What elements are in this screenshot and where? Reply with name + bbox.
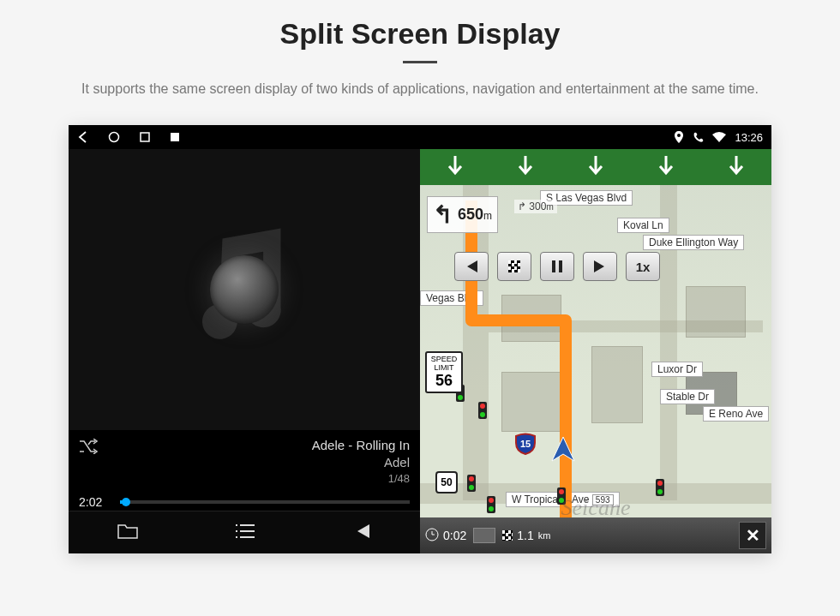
sim-prev-button[interactable]: [454, 252, 489, 281]
next-turn-distance: ↱ 300m: [514, 200, 557, 213]
status-time: 13:26: [735, 131, 763, 144]
close-button[interactable]: ✕: [739, 522, 766, 549]
playlist-button[interactable]: [235, 523, 255, 542]
sim-checkpoint-button[interactable]: [497, 252, 531, 281]
clock-icon: [425, 528, 439, 544]
turn-distance: 650m: [458, 206, 492, 224]
lane-arrow-icon: [516, 154, 535, 180]
gps-icon: [674, 131, 684, 143]
lane-arrow-icon: [727, 154, 746, 180]
street-label: Koval Ln: [617, 218, 669, 233]
back-icon[interactable]: [77, 131, 89, 143]
elapsed-time: 2:02: [79, 495, 113, 509]
checkered-flag-icon: [508, 260, 520, 272]
street-label: Duke Ellington Way: [643, 235, 744, 250]
svg-rect-4: [552, 260, 555, 272]
turn-left-icon: ↰: [433, 200, 453, 229]
interstate-shield: 15: [514, 433, 537, 455]
route-shield: 50: [435, 471, 458, 493]
music-toolbar: [69, 511, 420, 553]
joystick-control[interactable]: [210, 255, 279, 324]
title-underline: [403, 61, 437, 63]
svg-text:15: 15: [520, 439, 531, 449]
lane-arrow-icon: [586, 154, 605, 180]
screenshot-icon[interactable]: [170, 132, 180, 142]
brand-watermark: Seicane: [561, 495, 631, 521]
vehicle-position-icon: [549, 435, 578, 468]
svg-rect-2: [171, 133, 179, 141]
svg-point-3: [677, 134, 681, 137]
svg-point-0: [110, 133, 119, 142]
street-label: Stable Dr: [660, 389, 715, 404]
track-metadata: Adele - Rolling In Adel 1/48: [106, 437, 410, 487]
navigation-pane: S Las Vegas Blvd Koval Ln Duke Ellington…: [420, 149, 771, 553]
folder-button[interactable]: [117, 523, 138, 543]
previous-button[interactable]: [352, 523, 371, 542]
svg-rect-5: [559, 260, 562, 272]
sim-playback-controls: 1x: [454, 252, 660, 281]
lane-guidance-bar: [420, 149, 771, 185]
track-title: Adele - Rolling In: [106, 437, 410, 454]
home-icon[interactable]: [108, 131, 120, 143]
sim-pause-button[interactable]: [540, 252, 574, 281]
shuffle-icon[interactable]: [79, 439, 98, 457]
street-label: Luxor Dr: [651, 362, 703, 377]
music-player-pane: Adele - Rolling In Adel 1/48 2:02: [69, 149, 420, 553]
track-artist: Adel: [106, 454, 410, 471]
speed-limit-sign: SPEED LIMIT 56: [425, 351, 463, 393]
seek-bar[interactable]: [120, 500, 410, 504]
album-art-area: [69, 149, 420, 430]
eta-segment: 0:02: [425, 528, 466, 544]
wifi-icon: [712, 132, 726, 142]
recents-icon[interactable]: [139, 131, 151, 143]
progress-indicator: [473, 528, 495, 543]
checkered-flag-icon: [502, 530, 513, 541]
svg-rect-1: [141, 133, 149, 141]
page-subtitle: It supports the same screen display of t…: [34, 79, 806, 99]
lane-arrow-icon: [657, 154, 675, 180]
page-title: Split Screen Display: [17, 17, 823, 51]
nav-bottom-bar: 0:02 1.1km ✕: [420, 517, 771, 553]
phone-icon: [693, 132, 704, 143]
street-label: Vegas Blvd: [420, 290, 483, 306]
device-screenshot: 13:26 Adele - Rolling In Adel 1/48: [69, 125, 771, 553]
street-label: E Reno Ave: [703, 406, 769, 422]
android-status-bar: 13:26: [69, 125, 771, 149]
track-counter: 1/48: [106, 471, 410, 487]
lane-arrow-icon: [446, 154, 465, 180]
sim-next-button[interactable]: [583, 252, 617, 281]
turn-instruction-panel: ↰ 650m: [427, 196, 498, 233]
remaining-distance: 1.1km: [502, 529, 550, 542]
sim-speed-button[interactable]: 1x: [626, 252, 660, 281]
